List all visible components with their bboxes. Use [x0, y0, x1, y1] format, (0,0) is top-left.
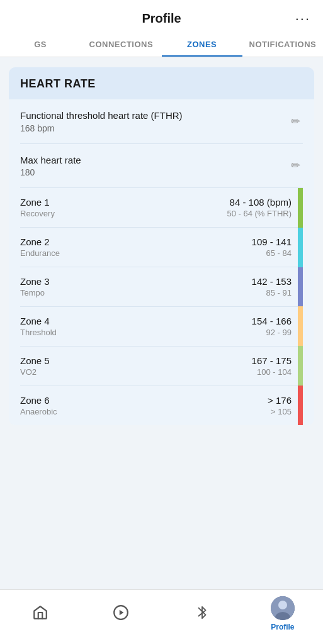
zone-rows: Zone 1 Recovery 84 - 108 (bpm) 50 - 64 (… [20, 188, 303, 425]
zone-pct-2: 85 - 91 [252, 288, 292, 297]
zone-range-3: 154 - 166 [252, 316, 292, 326]
zone-left-3: Zone 4 Threshold [20, 316, 57, 337]
zone-left-2: Zone 3 Tempo [20, 276, 50, 297]
color-segment-1 [298, 228, 303, 267]
card-header: HEART RATE [9, 67, 314, 99]
profile-nav-label: Profile [271, 623, 294, 631]
zone-pct-3: 92 - 99 [252, 328, 292, 337]
color-segment-3 [298, 306, 303, 346]
fthr-edit-button[interactable]: ✏ [288, 112, 303, 131]
nav-bluetooth[interactable] [183, 604, 221, 623]
zone-range-4: 167 - 175 [252, 355, 292, 366]
zone-left-1: Zone 2 Endurance [20, 236, 60, 258]
page-title: Profile [142, 11, 181, 26]
color-segment-4 [298, 346, 303, 386]
zone-row: Zone 4 Threshold 154 - 166 92 - 99 [20, 307, 303, 347]
tab-bar: GS CONNECTIONS ZONES NOTIFICATIONS [0, 32, 323, 57]
color-segment-0 [298, 188, 303, 228]
zone-range-0: 84 - 108 (bpm) [227, 197, 292, 208]
max-hr-info: Max heart rate 180 [20, 154, 81, 178]
zones-wrapper: Zone 1 Recovery 84 - 108 (bpm) 50 - 64 (… [20, 188, 303, 425]
zone-sub-3: Threshold [20, 328, 57, 337]
color-segment-5 [298, 386, 303, 425]
heart-rate-card: HEART RATE Functional threshold heart ra… [9, 67, 314, 425]
more-options-button[interactable]: ··· [295, 11, 310, 27]
play-icon [113, 604, 129, 623]
zone-right-3: 154 - 166 92 - 99 [252, 316, 292, 337]
bluetooth-icon [195, 604, 209, 623]
tab-settings[interactable]: GS [0, 32, 81, 57]
nav-activity[interactable] [102, 604, 140, 623]
avatar-image [271, 596, 295, 620]
zone-right-0: 84 - 108 (bpm) 50 - 64 (% FTHR) [227, 197, 292, 218]
fthr-field-row: Functional threshold heart rate (FTHR) 1… [20, 99, 303, 144]
nav-profile[interactable]: Profile [264, 596, 302, 631]
max-hr-value: 180 [20, 167, 81, 177]
zone-right-4: 167 - 175 100 - 104 [252, 355, 292, 377]
zone-row: Zone 3 Tempo 142 - 153 85 - 91 [20, 267, 303, 307]
zone-pct-0: 50 - 64 (% FTHR) [227, 209, 292, 218]
zone-sub-4: VO2 [20, 367, 50, 377]
max-hr-field-row: Max heart rate 180 ✏ [20, 144, 303, 189]
zone-pct-1: 65 - 84 [252, 248, 292, 258]
zone-pct-4: 100 - 104 [252, 367, 292, 377]
zone-name-5: Zone 6 [20, 395, 57, 406]
header: Profile ··· [0, 0, 323, 32]
zone-name-0: Zone 1 [20, 197, 55, 208]
svg-point-3 [278, 601, 287, 609]
zone-left-5: Zone 6 Anaerobic [20, 395, 57, 416]
zone-name-2: Zone 3 [20, 276, 50, 287]
zone-row: Zone 1 Recovery 84 - 108 (bpm) 50 - 64 (… [20, 188, 303, 228]
max-hr-label: Max heart rate [20, 154, 81, 167]
nav-home[interactable] [21, 604, 59, 623]
zone-row: Zone 6 Anaerobic > 176 > 105 [20, 386, 303, 425]
tab-connections[interactable]: CONNECTIONS [81, 32, 161, 57]
zone-name-3: Zone 4 [20, 316, 57, 326]
fthr-info: Functional threshold heart rate (FTHR) 1… [20, 109, 183, 133]
zone-row: Zone 2 Endurance 109 - 141 65 - 84 [20, 228, 303, 267]
profile-avatar [271, 596, 295, 620]
tab-zones[interactable]: ZONES [162, 32, 242, 57]
fthr-value: 168 bpm [20, 123, 183, 133]
zone-sub-1: Endurance [20, 248, 60, 258]
zone-right-1: 109 - 141 65 - 84 [252, 236, 292, 258]
zone-sub-2: Tempo [20, 288, 50, 297]
zone-left-0: Zone 1 Recovery [20, 197, 55, 218]
zone-row: Zone 5 VO2 167 - 175 100 - 104 [20, 347, 303, 386]
color-bar-container [298, 188, 303, 425]
zone-name-1: Zone 2 [20, 236, 60, 247]
zone-left-4: Zone 5 VO2 [20, 355, 50, 377]
card-body: Functional threshold heart rate (FTHR) 1… [9, 99, 314, 425]
fthr-label: Functional threshold heart rate (FTHR) [20, 109, 183, 122]
zone-name-4: Zone 5 [20, 355, 50, 366]
color-segment-2 [298, 267, 303, 307]
zone-right-2: 142 - 153 85 - 91 [252, 276, 292, 297]
svg-marker-1 [120, 610, 124, 616]
tab-notifications[interactable]: NOTIFICATIONS [242, 32, 323, 57]
bottom-nav: Profile [0, 589, 323, 644]
home-icon [32, 604, 48, 623]
zone-sub-5: Anaerobic [20, 407, 57, 416]
zone-range-5: > 176 [268, 395, 292, 406]
main-content: HEART RATE Functional threshold heart ra… [0, 57, 323, 589]
max-hr-edit-button[interactable]: ✏ [288, 156, 303, 175]
zone-range-2: 142 - 153 [252, 276, 292, 287]
zone-sub-0: Recovery [20, 209, 55, 218]
zone-right-5: > 176 > 105 [268, 395, 292, 416]
card-title: HEART RATE [20, 77, 96, 90]
zone-range-1: 109 - 141 [252, 236, 292, 247]
zone-pct-5: > 105 [268, 407, 292, 416]
